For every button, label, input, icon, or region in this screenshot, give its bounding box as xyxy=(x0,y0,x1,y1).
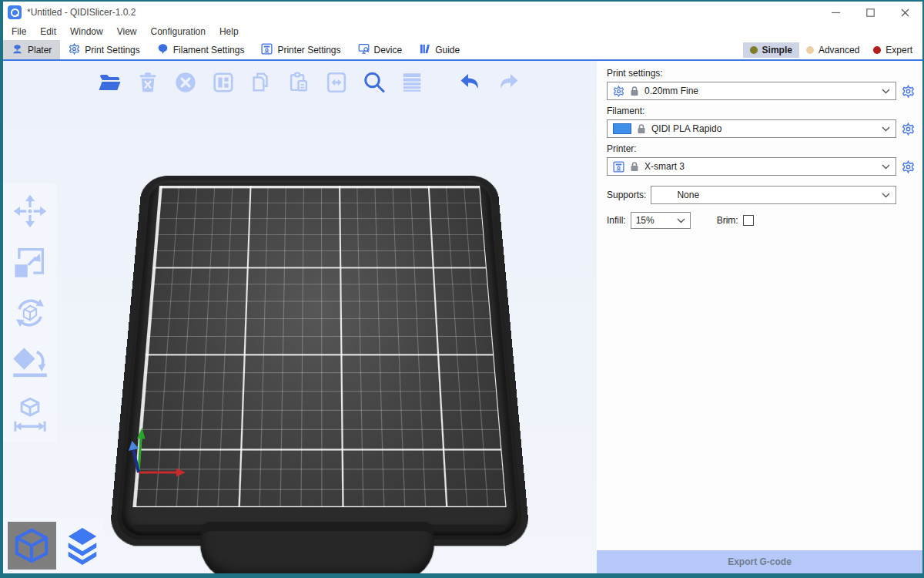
variable-layer-height-button[interactable] xyxy=(399,69,425,96)
filament-icon xyxy=(157,43,169,57)
tab-device[interactable]: Device xyxy=(350,40,411,59)
export-gcode-button[interactable]: Export G-code xyxy=(597,550,922,573)
plater-toolbar xyxy=(86,65,532,99)
print-bed xyxy=(142,176,497,538)
plater-icon xyxy=(12,43,23,57)
3d-viewport[interactable] xyxy=(3,61,597,573)
filament-combo[interactable]: QIDI PLA Rapido xyxy=(607,119,896,138)
supports-label: Supports: xyxy=(607,190,646,200)
open-file-button[interactable] xyxy=(97,69,123,96)
window-title: *Untitled - QIDISlicer-1.0.2 xyxy=(27,7,136,18)
tab-print-settings[interactable]: Print Settings xyxy=(60,40,148,59)
minimize-button[interactable] xyxy=(819,2,853,23)
title-bar: *Untitled - QIDISlicer-1.0.2 xyxy=(3,2,922,23)
infill-label: Infill: xyxy=(607,215,626,226)
search-button[interactable] xyxy=(361,69,387,96)
mode-label: Expert xyxy=(886,45,912,55)
filament-gear-button[interactable] xyxy=(902,123,915,136)
tab-label: Printer Settings xyxy=(277,45,340,55)
move-tool-button[interactable] xyxy=(10,191,50,231)
printer-gear-button[interactable] xyxy=(902,160,915,173)
app-logo-icon xyxy=(8,5,22,19)
3d-editor-view-button[interactable] xyxy=(8,522,56,570)
mode-expert[interactable]: Expert xyxy=(866,42,919,58)
origin-axes-indicator xyxy=(120,420,194,488)
menu-help[interactable]: Help xyxy=(213,25,246,39)
tab-label: Guide xyxy=(435,45,460,55)
supports-value: None xyxy=(657,190,882,200)
print-bed-handle xyxy=(199,522,437,573)
tab-label: Print Settings xyxy=(85,45,139,55)
printer-icon xyxy=(613,161,624,173)
brim-checkbox[interactable] xyxy=(743,215,754,226)
undo-button[interactable] xyxy=(457,69,484,96)
menu-configuration[interactable]: Configuration xyxy=(144,25,213,39)
arrange-button[interactable] xyxy=(210,69,236,96)
print-settings-gear-button[interactable] xyxy=(902,85,915,98)
delete-all-button[interactable] xyxy=(172,69,199,96)
chevron-down-icon xyxy=(882,193,890,198)
gear-icon xyxy=(613,86,624,97)
redo-button[interactable] xyxy=(495,69,521,96)
print-settings-value: 0.20mm Fine xyxy=(644,86,876,96)
close-button[interactable] xyxy=(888,2,922,23)
mode-label: Advanced xyxy=(819,45,859,55)
printer-label: Printer: xyxy=(607,143,915,154)
print-bed-groove xyxy=(133,525,505,531)
mode-label: Simple xyxy=(762,45,792,55)
lock-icon xyxy=(630,86,639,96)
guide-icon xyxy=(419,43,430,57)
place-on-face-tool-button[interactable] xyxy=(10,344,50,384)
menu-window[interactable]: Window xyxy=(63,25,110,39)
infill-value: 15% xyxy=(636,215,677,226)
tab-filament-settings[interactable]: Filament Settings xyxy=(149,40,253,59)
tab-bar: Plater Print Settings Filament Settings … xyxy=(3,40,922,61)
menu-view[interactable]: View xyxy=(110,25,144,39)
brim-label: Brim: xyxy=(717,215,738,226)
paste-button[interactable] xyxy=(286,69,312,96)
gizmo-toolbar xyxy=(3,183,57,442)
tab-label: Filament Settings xyxy=(173,45,245,55)
chevron-down-icon xyxy=(677,218,685,223)
maximize-button[interactable] xyxy=(853,2,888,23)
printer-value: X-smart 3 xyxy=(644,161,876,172)
settings-panel: Print settings: 0.20mm Fine Filament: QI… xyxy=(597,61,922,573)
filament-value: QIDI PLA Rapido xyxy=(651,123,876,134)
print-settings-combo[interactable]: 0.20mm Fine xyxy=(607,82,896,100)
chevron-down-icon xyxy=(882,89,890,94)
measure-tool-button[interactable] xyxy=(10,395,50,435)
print-settings-label: Print settings: xyxy=(607,68,915,79)
preview-view-button[interactable] xyxy=(62,524,103,567)
rotate-tool-button[interactable] xyxy=(10,293,50,333)
lock-icon xyxy=(630,161,639,172)
simple-dot-icon xyxy=(750,46,758,54)
device-icon xyxy=(358,43,370,57)
menu-file[interactable]: File xyxy=(5,25,33,39)
scale-tool-button[interactable] xyxy=(10,242,50,282)
filament-color-swatch xyxy=(613,123,631,134)
copy-button[interactable] xyxy=(248,69,274,96)
infill-combo[interactable]: 15% xyxy=(631,212,691,229)
filament-label: Filament: xyxy=(607,106,915,116)
chevron-down-icon xyxy=(882,164,890,170)
print-bed-body xyxy=(109,176,531,546)
tab-label: Plater xyxy=(28,45,52,55)
tab-printer-settings[interactable]: Printer Settings xyxy=(253,40,349,59)
expert-dot-icon xyxy=(873,46,881,54)
delete-button[interactable] xyxy=(135,69,161,96)
menu-edit[interactable]: Edit xyxy=(33,25,63,39)
split-objects-button[interactable] xyxy=(323,69,350,96)
mode-advanced[interactable]: Advanced xyxy=(799,42,866,58)
chevron-down-icon xyxy=(882,126,890,132)
printer-icon xyxy=(261,43,273,57)
supports-combo[interactable]: None xyxy=(651,186,896,204)
view-toggle-panel xyxy=(3,518,103,573)
tab-guide[interactable]: Guide xyxy=(410,40,468,59)
tab-plater[interactable]: Plater xyxy=(3,40,60,59)
tab-label: Device xyxy=(374,45,403,55)
advanced-dot-icon xyxy=(806,46,814,54)
mode-simple[interactable]: Simple xyxy=(743,42,799,58)
gear-icon xyxy=(69,43,80,57)
app-window: *Untitled - QIDISlicer-1.0.2 File Edit W… xyxy=(0,0,924,578)
printer-combo[interactable]: X-smart 3 xyxy=(607,157,896,176)
